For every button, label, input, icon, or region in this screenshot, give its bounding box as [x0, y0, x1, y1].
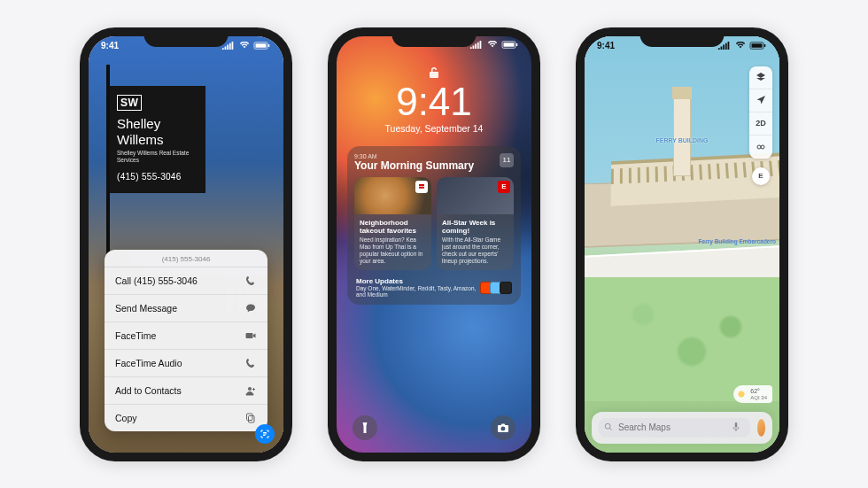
lock-date: Tuesday, September 14 — [345, 123, 523, 134]
sports-image: E — [437, 177, 514, 214]
contact-add-icon — [244, 384, 257, 397]
menu-add-contact[interactable]: Add to Contacts — [105, 377, 267, 405]
video-icon — [244, 329, 257, 342]
status-icons — [221, 41, 271, 50]
phone-lockscreen: 9:41 Tuesday, September 14 9:30 AM Your … — [328, 27, 540, 461]
notification-summary[interactable]: 9:30 AM Your Morning Summary 11 〓 Neighb… — [347, 146, 521, 306]
map-view[interactable]: 9:41 FERRY BUILDING Ferry Building Embar… — [585, 36, 779, 453]
search-input[interactable] — [599, 418, 750, 438]
more-updates-row[interactable]: More Updates Day One, WaterMinder, Reddi… — [354, 275, 514, 299]
svg-rect-10 — [752, 43, 763, 48]
app-icons-stack — [483, 282, 512, 294]
svg-rect-11 — [764, 44, 766, 47]
svg-point-13 — [761, 145, 764, 149]
menu-message[interactable]: Send Message — [105, 295, 267, 322]
weather-widget[interactable]: 62° AQI 34 — [733, 385, 772, 403]
svg-point-12 — [757, 145, 761, 149]
menu-copy[interactable]: Copy — [105, 405, 267, 431]
maps-search-bar — [592, 412, 772, 444]
context-menu: (415) 555-3046 Call (415) 555-3046 Send … — [105, 250, 267, 431]
mic-icon[interactable] — [732, 422, 740, 434]
app-badge-icon: E — [498, 181, 510, 193]
map-label-embarc: Ferry Building Embarcadero — [699, 238, 776, 244]
status-icons — [469, 41, 519, 49]
flashlight-button[interactable] — [353, 415, 377, 440]
phone-icon — [244, 275, 257, 287]
camera-button[interactable] — [491, 415, 515, 440]
phone-maps: 9:41 FERRY BUILDING Ferry Building Embar… — [576, 27, 788, 461]
map-controls: 2D — [749, 66, 772, 159]
location-button[interactable] — [749, 89, 772, 112]
account-avatar[interactable] — [757, 419, 765, 437]
view-mode-button[interactable]: 2D — [749, 112, 772, 136]
svg-point-3 — [248, 387, 252, 391]
sun-icon — [736, 389, 747, 399]
phone-livetext: 9:41 SW Shelley Willems Shelley Willems … — [80, 27, 292, 461]
live-text-button[interactable] — [255, 424, 275, 444]
status-time: 9:41 — [101, 41, 119, 50]
summary-count: 11 — [500, 153, 514, 167]
real-estate-sign: SW Shelley Willems Shelley Willems Real … — [110, 86, 205, 194]
message-icon — [244, 302, 257, 314]
menu-call[interactable]: Call (415) 555-3046 — [105, 267, 267, 295]
map-label-ferry: FERRY BUILDING — [655, 137, 708, 143]
menu-facetime[interactable]: FaceTime — [105, 322, 267, 350]
summary-tile[interactable]: 〓 Neighborhood takeout favorites Need in… — [354, 177, 431, 271]
svg-rect-1 — [256, 43, 267, 48]
lock-time: 9:41 — [345, 82, 523, 121]
lookaround-button[interactable] — [749, 136, 772, 159]
svg-rect-5 — [247, 414, 253, 421]
status-icons — [717, 41, 767, 50]
svg-rect-15 — [735, 422, 738, 428]
food-image: 〓 — [354, 177, 431, 214]
unlock-icon — [345, 66, 523, 82]
menu-facetime-audio[interactable]: FaceTime Audio — [105, 350, 267, 377]
compass-button[interactable]: E — [752, 167, 770, 185]
phone-icon — [244, 357, 257, 369]
map-layers-button[interactable] — [749, 66, 772, 89]
summary-tile[interactable]: E All-Star Week is coming! With the All-… — [437, 177, 514, 271]
context-menu-header: (415) 555-3046 — [105, 250, 267, 267]
app-badge-icon: 〓 — [415, 181, 428, 193]
svg-rect-2 — [268, 44, 270, 47]
svg-rect-7 — [504, 43, 515, 47]
status-time: 9:41 — [597, 41, 615, 50]
copy-icon — [244, 412, 257, 424]
svg-rect-8 — [516, 43, 518, 46]
svg-rect-4 — [249, 415, 255, 422]
